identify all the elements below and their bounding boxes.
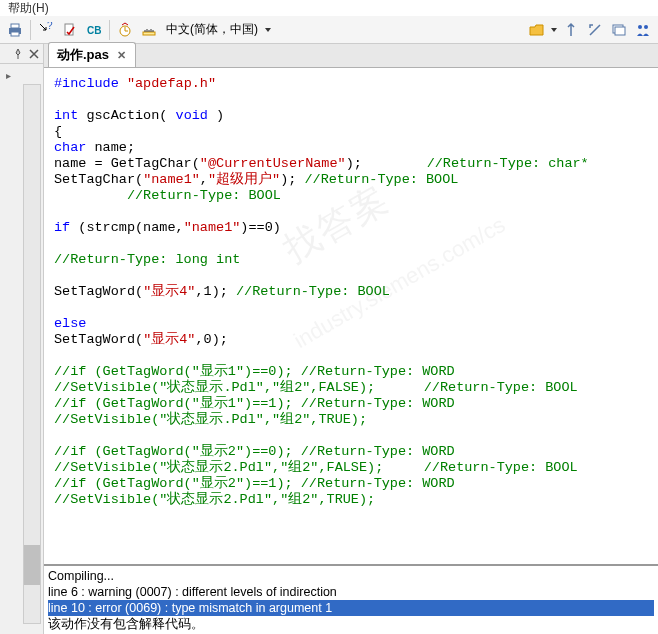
code-editor[interactable]: #include "apdefap.h" int gscAction( void… (44, 68, 658, 564)
tool2-icon[interactable] (584, 19, 606, 41)
ruler-icon[interactable] (138, 19, 160, 41)
doc-check-icon[interactable] (59, 19, 81, 41)
svg-text:?: ? (47, 22, 53, 31)
pin-icon[interactable] (11, 47, 25, 61)
svg-point-10 (638, 25, 642, 29)
svg-rect-9 (615, 27, 625, 35)
print-icon[interactable] (4, 19, 26, 41)
tool1-icon[interactable] (560, 19, 582, 41)
svg-rect-1 (11, 24, 19, 28)
folder-dropdown-icon[interactable] (550, 22, 558, 38)
lang-selector[interactable]: 中文(简体，中国) (162, 21, 262, 38)
clock-icon[interactable] (114, 19, 136, 41)
menu-help[interactable]: 帮助(H) (8, 1, 49, 15)
tab-bar: 动作.pas ✕ (44, 44, 658, 68)
svg-rect-7 (143, 32, 155, 35)
help-arrow-icon[interactable]: ? (35, 19, 57, 41)
svg-rect-2 (11, 32, 19, 36)
side-panel: ▸ (0, 44, 44, 634)
output-line: line 6 : warning (0007) : different leve… (48, 584, 654, 600)
toolbar: ? CB 中文(简体，中国) (0, 16, 658, 44)
close-panel-icon[interactable] (27, 47, 41, 61)
scrollbar[interactable] (23, 84, 41, 624)
output-line: Compiling... (48, 568, 654, 584)
file-tab[interactable]: 动作.pas ✕ (48, 42, 136, 67)
folder-icon[interactable] (526, 19, 548, 41)
svg-text:CB: CB (87, 25, 101, 36)
menu-bar: 帮助(H) (0, 0, 658, 16)
close-icon[interactable]: ✕ (115, 49, 127, 61)
lang-dropdown-icon[interactable] (264, 22, 272, 38)
tab-title: 动作.pas (57, 46, 109, 64)
output-line-selected[interactable]: line 10 : error (0069) : type mismatch i… (48, 600, 654, 616)
svg-point-11 (644, 25, 648, 29)
output-line: 该动作没有包含解释代码。 (48, 616, 654, 632)
output-panel: Compiling... line 6 : warning (0007) : d… (44, 564, 658, 634)
people-icon[interactable] (632, 19, 654, 41)
nav-expand-icon[interactable]: ▸ (4, 68, 39, 83)
cb-icon[interactable]: CB (83, 19, 105, 41)
window-icon[interactable] (608, 19, 630, 41)
